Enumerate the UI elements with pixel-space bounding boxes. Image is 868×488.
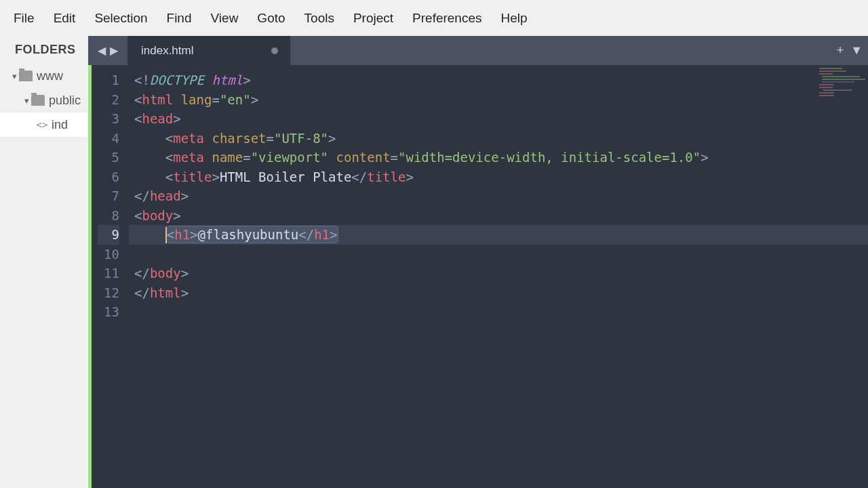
- line-number: 7: [98, 186, 119, 206]
- code-line[interactable]: [134, 245, 868, 264]
- menu-find[interactable]: Find: [157, 7, 201, 30]
- text-selection: <h1>@flashyubuntu</h1>: [167, 226, 338, 243]
- line-number: 2: [98, 90, 119, 110]
- menu-edit[interactable]: Edit: [44, 7, 85, 30]
- code-content[interactable]: <!DOCTYPE html><html lang="en"><head> <m…: [129, 65, 868, 488]
- code-file-icon: <>: [35, 119, 49, 130]
- tab-bar: ◀ ▶ index.html + ▼: [88, 36, 868, 65]
- code-area[interactable]: 12345678910111213 <!DOCTYPE html><html l…: [88, 65, 868, 488]
- sidebar-header: FOLDERS: [0, 36, 88, 64]
- menu-preferences[interactable]: Preferences: [403, 7, 491, 30]
- code-line[interactable]: [134, 302, 868, 322]
- code-line[interactable]: <!DOCTYPE html>: [134, 70, 868, 90]
- code-line[interactable]: <html lang="en">: [134, 90, 868, 110]
- line-number: 6: [98, 167, 119, 187]
- tree-label: www: [37, 69, 63, 83]
- line-number: 8: [98, 206, 119, 226]
- line-number: 13: [98, 302, 119, 322]
- line-number: 3: [98, 109, 119, 129]
- tab-dirty-indicator-icon: [271, 47, 278, 54]
- menu-file[interactable]: File: [4, 7, 44, 30]
- folder-tree: ▾ www ▾ public <> ind: [0, 64, 88, 137]
- new-tab-icon[interactable]: +: [837, 43, 844, 58]
- tree-folder-root[interactable]: ▾ www: [0, 64, 88, 88]
- folder-icon: [19, 70, 33, 81]
- code-line[interactable]: <body>: [134, 206, 868, 226]
- menu-selection[interactable]: Selection: [85, 7, 157, 30]
- main-area: FOLDERS ▾ www ▾ public <> ind ◀ ▶: [0, 36, 868, 488]
- code-line[interactable]: <head>: [134, 109, 868, 129]
- menu-help[interactable]: Help: [492, 7, 537, 30]
- sidebar: FOLDERS ▾ www ▾ public <> ind: [0, 36, 88, 488]
- code-line[interactable]: <meta name="viewport" content="width=dev…: [134, 148, 868, 167]
- tab-active[interactable]: index.html: [127, 36, 290, 65]
- chevron-down-icon: ▾: [9, 71, 19, 81]
- line-number: 4: [98, 129, 119, 148]
- line-number: 11: [98, 264, 119, 283]
- code-line[interactable]: <title>HTML Boiler Plate</title>: [134, 167, 868, 187]
- tree-folder-child[interactable]: ▾ public: [0, 88, 88, 113]
- code-line[interactable]: <h1>@flashyubuntu</h1>: [129, 225, 868, 245]
- code-line[interactable]: </html>: [134, 283, 868, 303]
- code-line[interactable]: </head>: [134, 186, 868, 206]
- line-number: 9: [98, 225, 119, 245]
- line-number: 12: [98, 283, 119, 303]
- chevron-down-icon: ▾: [22, 96, 31, 106]
- nav-back-icon[interactable]: ◀: [98, 45, 106, 56]
- line-number-gutter: 12345678910111213: [88, 65, 129, 488]
- menu-project[interactable]: Project: [344, 7, 403, 30]
- menu-goto[interactable]: Goto: [248, 7, 294, 30]
- code-line[interactable]: <meta charset="UTF-8">: [134, 129, 868, 148]
- text-cursor: [165, 227, 167, 243]
- menubar: File Edit Selection Find View Goto Tools…: [0, 0, 868, 36]
- tree-file-active[interactable]: <> ind: [0, 113, 88, 137]
- editor-panel: ◀ ▶ index.html + ▼ 12345678910111213 <!D…: [88, 36, 868, 488]
- line-number: 5: [98, 148, 119, 167]
- menu-tools[interactable]: Tools: [295, 7, 344, 30]
- tab-nav-arrows: ◀ ▶: [88, 36, 127, 65]
- line-number: 1: [98, 70, 119, 90]
- tree-label: public: [49, 94, 81, 108]
- tab-bar-actions: + ▼: [837, 36, 868, 65]
- code-line[interactable]: </body>: [134, 264, 868, 283]
- tab-menu-icon[interactable]: ▼: [850, 43, 863, 58]
- folder-icon: [31, 95, 45, 106]
- tree-label: ind: [52, 118, 68, 132]
- gutter-change-indicator: [88, 65, 92, 488]
- line-number: 10: [98, 245, 119, 264]
- tab-title: index.html: [141, 44, 193, 58]
- menu-view[interactable]: View: [201, 7, 248, 30]
- nav-forward-icon[interactable]: ▶: [110, 45, 118, 56]
